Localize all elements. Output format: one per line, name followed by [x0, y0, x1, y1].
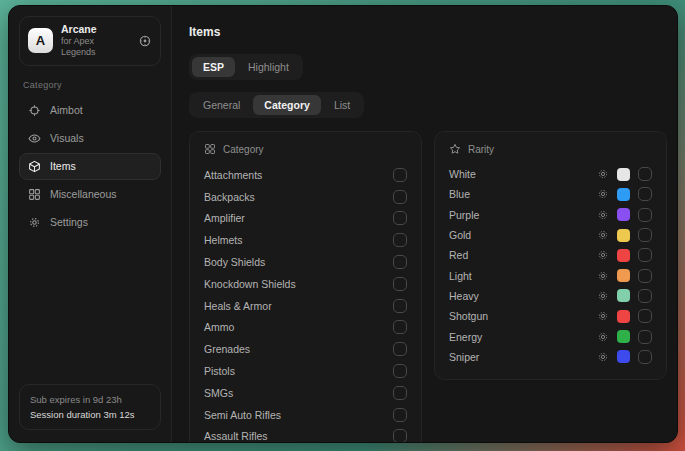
- category-grid-icon: [204, 143, 216, 155]
- color-swatch[interactable]: [617, 249, 630, 262]
- category-panel: Category Attachments Backpacks Amplifier…: [189, 131, 422, 443]
- sidebar: A Arcane for Apex Legends Category Aimbo…: [9, 6, 172, 442]
- cube-icon: [28, 160, 41, 173]
- checkbox-shotgun[interactable]: [638, 309, 652, 323]
- category-row: Grenades: [204, 338, 407, 360]
- checkbox-blue[interactable]: [638, 187, 652, 201]
- view-tabs: General Category List: [189, 92, 364, 118]
- checkbox-grenades[interactable]: [393, 342, 407, 356]
- category-label: Ammo: [204, 321, 234, 333]
- sub-expiry-text: Sub expires in 9d 23h: [30, 392, 150, 407]
- category-label: Heals & Armor: [204, 300, 272, 312]
- sidebar-item-label: Aimbot: [50, 104, 83, 116]
- main-content: Items ESP Highlight General Category Lis…: [172, 6, 678, 442]
- scope-icon[interactable]: [138, 34, 152, 48]
- checkbox-assault-rifles[interactable]: [393, 429, 407, 443]
- page-title: Items: [189, 25, 667, 39]
- rarity-label: White: [449, 168, 476, 180]
- rarity-label: Purple: [449, 209, 479, 221]
- gear-icon[interactable]: [597, 270, 609, 282]
- gear-icon[interactable]: [597, 310, 609, 322]
- checkbox-semi-auto-rifles[interactable]: [393, 408, 407, 422]
- app-title: Arcane: [61, 23, 130, 36]
- mode-tabs: ESP Highlight: [189, 54, 303, 80]
- checkbox-purple[interactable]: [638, 208, 652, 222]
- checkbox-pistols[interactable]: [393, 364, 407, 378]
- tab-highlight[interactable]: Highlight: [237, 57, 300, 77]
- gear-icon[interactable]: [597, 188, 609, 200]
- checkbox-light[interactable]: [638, 269, 652, 283]
- color-swatch[interactable]: [617, 350, 630, 363]
- gear-icon[interactable]: [597, 209, 609, 221]
- category-label: Amplifier: [204, 212, 245, 224]
- rarity-label: Light: [449, 270, 472, 282]
- checkbox-heals-armor[interactable]: [393, 299, 407, 313]
- category-row: Backpacks: [204, 186, 407, 208]
- checkbox-heavy[interactable]: [638, 289, 652, 303]
- sidebar-item-settings[interactable]: Settings: [19, 209, 161, 236]
- color-swatch[interactable]: [617, 310, 630, 323]
- category-row: SMGs: [204, 382, 407, 404]
- color-swatch[interactable]: [617, 269, 630, 282]
- sidebar-item-visuals[interactable]: Visuals: [19, 125, 161, 152]
- rarity-panel: Rarity White Blue: [434, 131, 667, 380]
- checkbox-ammo[interactable]: [393, 320, 407, 334]
- category-panel-title: Category: [223, 144, 264, 155]
- category-label: Grenades: [204, 343, 250, 355]
- sidebar-section-label: Category: [23, 80, 157, 90]
- checkbox-body-shields[interactable]: [393, 255, 407, 269]
- tab-list[interactable]: List: [323, 95, 361, 115]
- color-swatch[interactable]: [617, 168, 630, 181]
- checkbox-red[interactable]: [638, 248, 652, 262]
- checkbox-attachments[interactable]: [393, 168, 407, 182]
- subscription-info: Sub expires in 9d 23h Session duration 3…: [19, 384, 161, 430]
- checkbox-smgs[interactable]: [393, 386, 407, 400]
- gear-icon[interactable]: [597, 331, 609, 343]
- checkbox-amplifier[interactable]: [393, 211, 407, 225]
- app-logo: A: [28, 28, 53, 53]
- gear-icon[interactable]: [597, 290, 609, 302]
- sidebar-item-aimbot[interactable]: Aimbot: [19, 97, 161, 124]
- checkbox-knockdown-shields[interactable]: [393, 277, 407, 291]
- tab-esp[interactable]: ESP: [192, 57, 235, 77]
- gear-icon: [28, 216, 41, 229]
- gear-icon[interactable]: [597, 249, 609, 261]
- category-label: SMGs: [204, 387, 233, 399]
- tab-category[interactable]: Category: [253, 95, 321, 115]
- color-swatch[interactable]: [617, 188, 630, 201]
- app-window: A Arcane for Apex Legends Category Aimbo…: [8, 5, 678, 443]
- category-label: Body Shields: [204, 256, 265, 268]
- category-row: Body Shields: [204, 251, 407, 273]
- color-swatch[interactable]: [617, 289, 630, 302]
- checkbox-helmets[interactable]: [393, 233, 407, 247]
- rarity-label: Energy: [449, 331, 482, 343]
- rarity-row: Energy: [449, 326, 652, 346]
- color-swatch[interactable]: [617, 330, 630, 343]
- rarity-label: Shotgun: [449, 310, 488, 322]
- rarity-row: Gold: [449, 225, 652, 245]
- sidebar-item-miscellaneous[interactable]: Miscellaneous: [19, 181, 161, 208]
- sidebar-item-label: Miscellaneous: [50, 188, 117, 200]
- rarity-row: Heavy: [449, 286, 652, 306]
- rarity-label: Sniper: [449, 351, 479, 363]
- gear-icon[interactable]: [597, 168, 609, 180]
- checkbox-white[interactable]: [638, 167, 652, 181]
- brand-card: A Arcane for Apex Legends: [19, 16, 161, 66]
- sidebar-nav: Aimbot Visuals Items Miscellaneous Setti…: [19, 97, 161, 236]
- tab-general[interactable]: General: [192, 95, 251, 115]
- checkbox-sniper[interactable]: [638, 350, 652, 364]
- checkbox-backpacks[interactable]: [393, 190, 407, 204]
- checkbox-energy[interactable]: [638, 330, 652, 344]
- category-row: Attachments: [204, 164, 407, 186]
- rarity-row: Light: [449, 265, 652, 285]
- color-swatch[interactable]: [617, 229, 630, 242]
- category-row: Amplifier: [204, 208, 407, 230]
- gear-icon[interactable]: [597, 229, 609, 241]
- category-label: Backpacks: [204, 191, 255, 203]
- checkbox-gold[interactable]: [638, 228, 652, 242]
- color-swatch[interactable]: [617, 208, 630, 221]
- gear-icon[interactable]: [597, 351, 609, 363]
- category-label: Assault Rifles: [204, 430, 268, 442]
- sidebar-item-items[interactable]: Items: [19, 153, 161, 180]
- rarity-label: Red: [449, 249, 468, 261]
